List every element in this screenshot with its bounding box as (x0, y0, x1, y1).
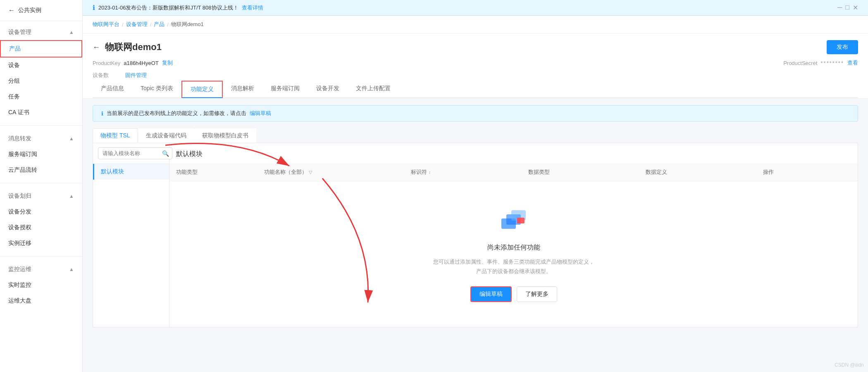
breadcrumb-sep-2: / (150, 22, 152, 28)
minimize-icon[interactable]: ─ (837, 4, 842, 12)
section-title-msg-forward: 消息转发 (8, 135, 31, 142)
product-secret-item: ProductSecret ******** 查看 (783, 59, 858, 67)
sidebar-item-product[interactable]: 产品 (0, 40, 82, 58)
module-sidebar: 🔍 默认模块 (93, 143, 169, 327)
sidebar-item-task[interactable]: 任务 (0, 89, 82, 105)
filter-icon[interactable]: ▽ (309, 170, 312, 175)
collapse-icon-device-mgmt: ▲ (69, 29, 74, 35)
breadcrumb-product[interactable]: 产品 (154, 21, 165, 28)
section-header-monitor[interactable]: 监控运维 ▲ (0, 262, 82, 277)
announcement-bar: ℹ 2023-01-06发布公告：新版数据解析和JT/T 808协议上线！ 查看… (83, 0, 868, 16)
maximize-icon[interactable]: □ (845, 4, 849, 12)
collapse-icon-msg-forward: ▲ (69, 136, 74, 142)
sidebar-item-group[interactable]: 分组 (0, 73, 82, 89)
sidebar-item-device-auth[interactable]: 设备授权 (0, 220, 82, 235)
sidebar-item-cloud-flow[interactable]: 云产品流转 (0, 162, 82, 178)
announcement-text: 2023-01-06发布公告：新版数据解析和JT/T 808协议上线！ (98, 4, 238, 12)
back-nav[interactable]: ← 公共实例 (0, 0, 82, 21)
back-label: 公共实例 (18, 7, 41, 14)
firmware-item: 固件管理 (125, 72, 147, 79)
col-header-data-def: 数据定义 (646, 168, 763, 176)
page-title: 物联网demo1 (105, 41, 162, 53)
info-banner-link[interactable]: 编辑草稿 (250, 110, 271, 117)
product-key-label: ProductKey (93, 60, 120, 66)
section-header-device-mgmt[interactable]: 设备管理 ▲ (0, 24, 82, 40)
sidebar-section-monitor: 监控运维 ▲ 实时监控 运维大盘 (0, 258, 82, 312)
empty-desc: 您可以通过添加属性、事件、服务三类功能完成产品物模型的定义，产品下的设备都会继承… (431, 257, 596, 276)
info-banner: ℹ 当前展示的是已发布到线上的功能定义，如需修改，请点击 编辑草稿 (93, 105, 858, 122)
sidebar-item-realtime-monitor[interactable]: 实时监控 (0, 277, 82, 293)
device-count-item: 设备数 (93, 72, 109, 79)
search-icon: 🔍 (162, 150, 169, 157)
sidebar-section-device-mgmt: 设备管理 ▲ 产品 设备 分组 任务 CA 证书 (0, 21, 82, 124)
section-title-device-assign: 设备划归 (8, 192, 31, 200)
sidebar-section-msg-forward: 消息转发 ▲ 服务端订阅 云产品流转 (0, 127, 82, 181)
back-arrow-icon: ← (8, 7, 15, 14)
tab-product-info[interactable]: 产品信息 (93, 81, 132, 98)
tab-service-sub[interactable]: 服务端订阅 (262, 81, 308, 98)
sidebar-item-device[interactable]: 设备 (0, 58, 82, 73)
edit-draft-button[interactable]: 编辑草稿 (470, 286, 512, 302)
tab-func-def[interactable]: 功能定义 (181, 81, 223, 98)
col-header-func-type: 功能类型 (176, 168, 264, 176)
firmware-link[interactable]: 固件管理 (125, 72, 147, 79)
breadcrumb-device-mgmt[interactable]: 设备管理 (126, 21, 148, 28)
close-icon[interactable]: ✕ (853, 4, 858, 12)
info-banner-icon: ℹ (101, 110, 103, 117)
search-wrap: 🔍 (98, 147, 172, 159)
collapse-icon-device-assign: ▲ (69, 193, 74, 199)
learn-more-button[interactable]: 了解更多 (517, 286, 557, 302)
sub-tab-tsl[interactable]: 物模型 TSL (93, 128, 138, 143)
device-count-label: 设备数 (93, 72, 109, 79)
page-back-arrow-icon[interactable]: ← (93, 43, 100, 52)
module-search-input[interactable] (98, 147, 172, 159)
publish-button[interactable]: 发布 (827, 40, 858, 54)
view-secret-button[interactable]: 查看 (847, 59, 858, 67)
sidebar-item-instance-migrate[interactable]: 实例迁移 (0, 235, 82, 251)
page-header: ← 物联网demo1 发布 ProductKey a186h4HyeOT 复制 … (83, 34, 868, 98)
col-header-action: 操作 (763, 168, 851, 176)
tab-topic-list[interactable]: Topic 类列表 (132, 81, 181, 98)
sidebar-item-service-sub[interactable]: 服务端订阅 (0, 146, 82, 162)
product-key-value: a186h4HyeOT (124, 60, 159, 66)
col-header-identifier: 标识符 ↕ (411, 168, 528, 176)
table-header: 功能类型 功能名称（全部） ▽ 标识符 ↕ 数据类型 数据定义 (169, 163, 858, 181)
main-content: ℹ 2023-01-06发布公告：新版数据解析和JT/T 808协议上线！ 查看… (83, 0, 868, 372)
sidebar-item-ops-dashboard[interactable]: 运维大盘 (0, 293, 82, 309)
section-title-monitor: 监控运维 (8, 266, 31, 273)
svg-rect-3 (517, 218, 525, 223)
module-search-area: 🔍 (93, 143, 169, 164)
sort-icon[interactable]: ↕ (429, 170, 431, 175)
product-secret-value: ******** (821, 60, 844, 66)
sidebar: ← 公共实例 设备管理 ▲ 产品 设备 分组 任务 CA 证书 消息转发 ▲ (0, 0, 83, 372)
section-header-msg-forward[interactable]: 消息转发 ▲ (0, 131, 82, 146)
sub-tab-gen-code[interactable]: 生成设备端代码 (138, 128, 194, 143)
tab-msg-parse[interactable]: 消息解析 (223, 81, 262, 98)
section-header-device-assign[interactable]: 设备划归 ▲ (0, 188, 82, 204)
col-header-func-name: 功能名称（全部） ▽ (264, 168, 411, 176)
collapse-icon-monitor: ▲ (69, 266, 74, 272)
copy-button[interactable]: 复制 (162, 59, 173, 67)
breadcrumb-current: 物联网demo1 (171, 21, 204, 28)
col-header-data-type: 数据类型 (528, 168, 646, 176)
sub-tabs: 物模型 TSL 生成设备端代码 获取物模型白皮书 (93, 128, 858, 143)
empty-state: 尚未添加任何功能 您可以通过添加属性、事件、服务三类功能完成产品物模型的定义，产… (169, 181, 858, 327)
product-meta: ProductKey a186h4HyeOT 复制 ProductSecret … (93, 59, 858, 67)
empty-actions: 编辑草稿 了解更多 (470, 286, 557, 302)
empty-title: 尚未添加任何功能 (487, 243, 540, 252)
announcement-link[interactable]: 查看详情 (242, 4, 263, 12)
sub-tab-get-whitebook[interactable]: 获取物模型白皮书 (194, 128, 256, 143)
watermark: CSDN @iiidn (835, 362, 864, 368)
main-tabs: 产品信息 Topic 类列表 功能定义 消息解析 服务端订阅 设备开发 文件上传… (93, 81, 858, 98)
tab-device-dev[interactable]: 设备开发 (308, 81, 348, 98)
content-area: ℹ 当前展示的是已发布到线上的功能定义，如需修改，请点击 编辑草稿 物模型 TS… (83, 98, 868, 372)
table-main: 默认模块 功能类型 功能名称（全部） ▽ 标识符 ↕ 数据类型 (169, 143, 858, 327)
sidebar-item-ca[interactable]: CA 证书 (0, 105, 82, 120)
breadcrumb-iot-platform[interactable]: 物联网平台 (93, 21, 119, 28)
announcement-close[interactable]: ─ □ ✕ (837, 4, 858, 12)
tab-file-upload[interactable]: 文件上传配置 (348, 81, 399, 98)
default-module-title: 默认模块 (169, 143, 858, 163)
breadcrumb-sep-3: / (167, 22, 169, 28)
sidebar-item-device-dispatch[interactable]: 设备分发 (0, 204, 82, 220)
module-item-default[interactable]: 默认模块 (93, 164, 169, 180)
